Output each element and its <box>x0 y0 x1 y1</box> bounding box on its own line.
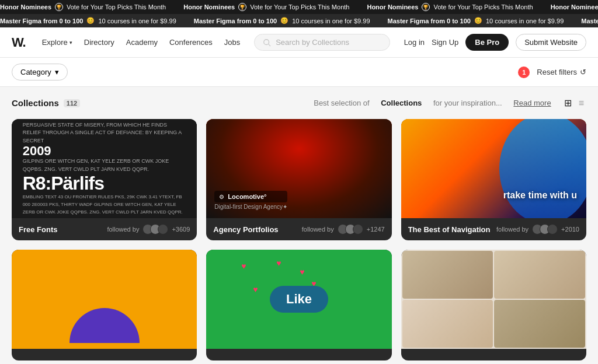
course-text: 10 courses in one for $9.99 <box>292 18 370 24</box>
ticker-item-course: Master Figma from 0 to 100 😊 10 courses … <box>0 17 176 24</box>
card-footer-free-fonts: Free Fonts followed by +3609 <box>12 218 197 240</box>
nav-academy[interactable]: Academy <box>126 38 158 47</box>
nav-explore[interactable]: Explore ▾ <box>42 38 72 47</box>
collection-card-free-fonts[interactable]: 2001 MISMANNABLE SUPREMACY OF THE OMNIPO… <box>12 119 197 240</box>
emoji-icon: 😊 <box>280 17 288 24</box>
ticker-bold: Honor Nominees <box>0 4 51 10</box>
interior-tile-3 <box>402 300 493 348</box>
list-view-button[interactable]: ≡ <box>576 96 586 110</box>
ticker-content-honor: Honor Nominees 🏆 Vote for Your Top Picks… <box>0 3 598 11</box>
submit-website-button[interactable]: Submit Website <box>516 34 586 51</box>
category-filter-button[interactable]: Category ▾ <box>12 64 68 80</box>
reset-icon: ↺ <box>580 68 586 76</box>
ticker-item: Honor Nominees 🏆 Vote for Your Top Picks… <box>183 3 349 11</box>
svg-line-1 <box>269 44 271 46</box>
ticker-bold: Honor Nominees <box>551 4 598 10</box>
ticker-item-course: Master Figma from 0 to 100 😊 10 courses … <box>194 17 370 24</box>
card-footer-4 <box>12 349 197 360</box>
bepro-button[interactable]: Be Pro <box>465 34 509 51</box>
ticker-text: Vote for Your Top Picks This Month <box>433 4 533 10</box>
follower-count: +3609 <box>172 226 190 233</box>
nav-directory[interactable]: Directory <box>84 38 114 47</box>
emoji-icon: 😊 <box>474 17 482 24</box>
purple-semicircle <box>69 308 140 343</box>
ticker-item-course: Master Figma from 0 to 100 😊 10 courses … <box>581 17 598 24</box>
search-icon <box>263 38 271 47</box>
nav-actions: Log in Sign Up Be Pro Submit Website <box>404 34 586 51</box>
emoji-icon: 😊 <box>86 17 95 24</box>
card-followed-label: followed by <box>107 226 139 233</box>
avatar <box>547 224 558 235</box>
reset-filters-button[interactable]: Reset filters ↺ <box>537 68 586 76</box>
collections-count-badge: 112 <box>64 99 80 107</box>
card-title-free-fonts: Free Fonts <box>19 225 103 234</box>
main-content: Collections 112 Best selection of Collec… <box>0 87 598 364</box>
chevron-down-icon: ▾ <box>55 68 59 76</box>
signup-button[interactable]: Sign Up <box>432 38 458 47</box>
collections-desc-text: Best selection of Collections for your i… <box>314 99 551 107</box>
svg-point-0 <box>264 39 269 44</box>
logo[interactable]: W. <box>12 35 26 50</box>
heart-icon: ♥ <box>253 285 258 294</box>
ticker-text: Vote for Your Top Picks This Month <box>67 4 166 10</box>
interior-tile-4 <box>494 300 585 348</box>
ticker-item: Honor Nominees 🏆 Vote for Your Top Picks… <box>367 3 533 11</box>
card-thumbnail-agency-portfolios: ⚙ Locomotive° Digital-first Design Agenc… <box>206 119 391 218</box>
collections-label: Collections <box>12 98 59 108</box>
collection-card-4[interactable] <box>12 250 197 360</box>
course-bold: Master Figma from 0 to 100 <box>388 18 471 24</box>
card-avatars <box>142 224 168 235</box>
read-more-link[interactable]: Read more <box>513 99 551 107</box>
collections-description: Best selection of Collections for your i… <box>314 96 586 110</box>
collections-header: Collections 112 Best selection of Collec… <box>12 96 586 110</box>
nav-links: Explore ▾ Directory Academy Conferences … <box>42 38 240 47</box>
ticker-bold: Honor Nominees <box>183 4 235 10</box>
card-avatars <box>532 224 558 235</box>
grid-view-button[interactable]: ⊞ <box>562 96 574 110</box>
collection-card-5[interactable]: ♥ ♥ ♥ ♥ ♥ Like <box>206 250 391 360</box>
course-bold: Master Figma from 0 to 100 <box>581 18 598 24</box>
reset-label: Reset filters <box>537 68 577 76</box>
heart-icon: ♥ <box>300 267 304 276</box>
collection-card-6[interactable] <box>401 250 586 360</box>
ticker-content-course: Master Figma from 0 to 100 😊 10 courses … <box>0 17 598 24</box>
ticker-bar-course: Master Figma from 0 to 100 😊 10 courses … <box>0 14 598 27</box>
card-footer-agency-portfolios: Agency Portfolios followed by +1247 <box>206 218 391 240</box>
follower-count: +2010 <box>561 226 579 233</box>
navbar: W. Explore ▾ Directory Academy Conferenc… <box>0 27 598 58</box>
chevron-down-icon: ▾ <box>69 40 72 46</box>
interior-tile-1 <box>402 251 493 299</box>
card-title-agency-portfolios: Agency Portfolios <box>213 225 298 234</box>
search-placeholder: Search by Collections <box>276 38 349 47</box>
active-filter-badge: 1 <box>518 66 530 78</box>
card-footer-6 <box>401 349 586 360</box>
course-text: 10 courses in one for $9.99 <box>486 18 564 24</box>
card-thumbnail-best-navigation: rtake time with u <box>401 119 586 218</box>
category-label: Category <box>20 68 51 76</box>
card-followed-label: followed by <box>496 226 529 233</box>
view-toggles: ⊞ ≡ <box>562 96 586 110</box>
card-thumbnail-6 <box>401 250 586 349</box>
filter-right: 1 Reset filters ↺ <box>518 66 586 78</box>
desc-prefix: Best selection of <box>314 99 369 107</box>
collections-title: Collections 112 <box>12 98 80 108</box>
desc-suffix: for your inspiration... <box>433 99 502 107</box>
nav-jobs[interactable]: Jobs <box>224 38 240 47</box>
follower-count: +1247 <box>367 226 385 233</box>
ticker-text: Vote for Your Top Picks This Month <box>250 4 349 10</box>
heart-icon: ♥ <box>241 261 246 271</box>
nav-conferences[interactable]: Conferences <box>169 38 213 47</box>
trophy-icon: 🏆 <box>55 3 63 11</box>
course-bold: Master Figma from 0 to 100 <box>194 18 277 24</box>
login-button[interactable]: Log in <box>404 38 425 47</box>
card-thumbnail-free-fonts: 2001 MISMANNABLE SUPREMACY OF THE OMNIPO… <box>12 119 197 218</box>
avatar <box>158 224 168 235</box>
collection-card-agency-portfolios[interactable]: ⚙ Locomotive° Digital-first Design Agenc… <box>206 119 391 240</box>
collection-card-best-navigation[interactable]: rtake time with u The Best of Navigation… <box>401 119 586 240</box>
card-followed-label: followed by <box>302 226 334 233</box>
filter-bar: Category ▾ 1 Reset filters ↺ <box>0 58 598 87</box>
card-title-best-navigation: The Best of Navigation <box>408 225 493 234</box>
search-bar[interactable]: Search by Collections <box>254 34 390 51</box>
collections-grid: 2001 MISMANNABLE SUPREMACY OF THE OMNIPO… <box>12 119 586 360</box>
ticker-bar-honor: Honor Nominees 🏆 Vote for Your Top Picks… <box>0 0 598 14</box>
